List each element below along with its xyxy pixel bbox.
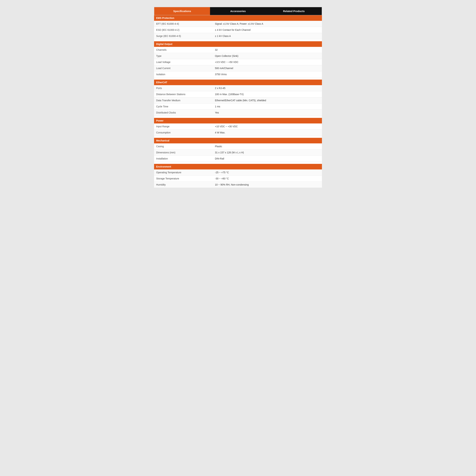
spec-value: 500 mA/Channel — [213, 65, 322, 71]
spec-label: Input Range — [154, 123, 213, 130]
spec-value: +10 VDC ~ +30 VDC — [213, 123, 322, 130]
tab-header: Specifications Accessories Related Produ… — [154, 7, 322, 15]
spec-value: 10 ~ 90% RH, Non-condensing — [213, 182, 322, 188]
table-row: Distributed ClocksYes — [154, 110, 322, 116]
spec-value: DIN-Rail — [213, 156, 322, 162]
spec-label: Installation — [154, 156, 213, 162]
section-header-digital-output: Digital Output — [154, 41, 322, 47]
spec-value: 2 x RJ-45 — [213, 85, 322, 91]
spec-value: ± 1 kV Class A — [213, 33, 322, 39]
spec-value: 4 W Max. — [213, 130, 322, 136]
spacer-row — [154, 39, 322, 41]
spec-label: Type — [154, 53, 213, 59]
spec-value: Yes — [213, 110, 322, 116]
spec-label: Load Voltage — [154, 59, 213, 65]
section-header-ethercat: EtherCAT — [154, 80, 322, 85]
spec-label: Casing — [154, 143, 213, 150]
spec-value: Open Collector (Sink) — [213, 53, 322, 59]
spec-label: Data Transfer Medium — [154, 97, 213, 103]
table-row: Ports2 x RJ-45 — [154, 85, 322, 91]
table-row: Load Voltage+3.5 VDC ~ +50 VDC — [154, 59, 322, 65]
table-row: Input Range+10 VDC ~ +30 VDC — [154, 123, 322, 130]
spec-value: -25 ~ +75 °C — [213, 170, 322, 176]
spacer-row — [154, 162, 322, 164]
spec-label: Distance Between Stations — [154, 91, 213, 97]
table-row: Isolation3750 Vrms — [154, 71, 322, 77]
spacer-row — [154, 116, 322, 118]
spec-label: Surge (IEC 61000-4-5) — [154, 33, 213, 39]
table-row: ESD (IEC 61000-4-2)± 4 kV Contact for Ea… — [154, 27, 322, 33]
spec-value: 3750 Vrms — [213, 71, 322, 77]
spacer-row — [154, 77, 322, 80]
spec-value: Plastic — [213, 143, 322, 150]
spec-label: Consumption — [154, 130, 213, 136]
spec-label: Storage Temperature — [154, 176, 213, 182]
spec-value: ± 4 kV Contact for Each Channel — [213, 27, 322, 33]
spec-value: 32 — [213, 47, 322, 53]
spec-label: Load Current — [154, 65, 213, 71]
table-row: Consumption4 W Max. — [154, 130, 322, 136]
spec-label: Operating Temperature — [154, 170, 213, 176]
table-row: Storage Temperature-30 ~ +80 °C — [154, 176, 322, 182]
spec-label: Distributed Clocks — [154, 110, 213, 116]
table-row: Distance Between Stations100 m Max. (100… — [154, 91, 322, 97]
tab-specifications[interactable]: Specifications — [154, 7, 210, 15]
spec-value: 100 m Max. (100Base-TX) — [213, 91, 322, 97]
table-row: TypeOpen Collector (Sink) — [154, 53, 322, 59]
spec-label: Isolation — [154, 71, 213, 77]
spec-label: Dimensions (mm) — [154, 150, 213, 156]
spec-value: 1 ms — [213, 103, 322, 110]
spec-value: Signal: ±1 kV Class A; Power: ±1 kV Clas… — [213, 21, 322, 27]
spec-value: -30 ~ +80 °C — [213, 176, 322, 182]
table-row: Surge (IEC 61000-4-5)± 1 kV Class A — [154, 33, 322, 39]
table-row: EFT (IEC 61000-4-4)Signal: ±1 kV Class A… — [154, 21, 322, 27]
specifications-table: EMS ProtectionEFT (IEC 61000-4-4)Signal:… — [154, 15, 322, 188]
table-row: Operating Temperature-25 ~ +75 °C — [154, 170, 322, 176]
spec-label: Ports — [154, 85, 213, 91]
tab-related-products[interactable]: Related Products — [266, 7, 322, 15]
spec-value: Ethernet/EtherCAT cable (Min. CAT5), shi… — [213, 97, 322, 103]
tab-accessories[interactable]: Accessories — [210, 7, 266, 15]
spacer-row — [154, 136, 322, 138]
table-row: Channels32 — [154, 47, 322, 53]
table-row: CasingPlastic — [154, 143, 322, 150]
spec-label: EFT (IEC 61000-4-4) — [154, 21, 213, 27]
table-row: Cycle Time1 ms — [154, 103, 322, 110]
spec-value: 31 x 157 x 126 (W x L x H) — [213, 150, 322, 156]
section-header-power: Power — [154, 118, 322, 123]
table-row: Humidity10 ~ 90% RH, Non-condensing — [154, 182, 322, 188]
table-row: Load Current500 mA/Channel — [154, 65, 322, 71]
spec-label: Channels — [154, 47, 213, 53]
spec-label: Humidity — [154, 182, 213, 188]
spec-label: ESD (IEC 61000-4-2) — [154, 27, 213, 33]
table-row: Dimensions (mm)31 x 157 x 126 (W x L x H… — [154, 150, 322, 156]
table-row: Data Transfer MediumEthernet/EtherCAT ca… — [154, 97, 322, 103]
section-header-environment: Environment — [154, 164, 322, 170]
section-header-mechanical: Mechanical — [154, 138, 322, 143]
spec-value: +3.5 VDC ~ +50 VDC — [213, 59, 322, 65]
section-header-ems-protection: EMS Protection — [154, 15, 322, 21]
main-container: Specifications Accessories Related Produ… — [154, 7, 322, 188]
table-row: InstallationDIN-Rail — [154, 156, 322, 162]
spec-label: Cycle Time — [154, 103, 213, 110]
